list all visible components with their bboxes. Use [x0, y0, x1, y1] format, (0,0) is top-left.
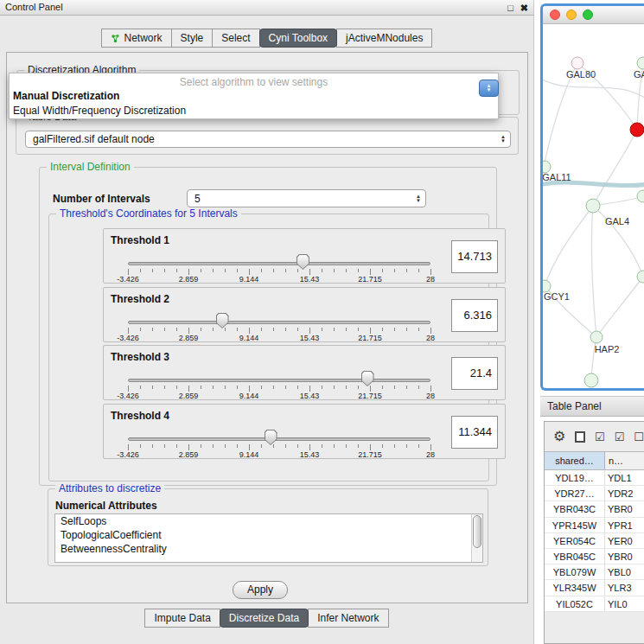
slider-track[interactable] — [128, 379, 430, 382]
cell-name: YLR3 — [605, 580, 644, 595]
tab-select[interactable]: Select — [212, 29, 259, 48]
column-header-name[interactable]: n… — [605, 452, 644, 469]
threshold-slider[interactable]: -3.4262.8599.14415.4321.71528 — [128, 405, 430, 460]
tick-mark — [201, 328, 201, 331]
close-traffic-icon[interactable] — [550, 10, 560, 20]
close-icon[interactable]: ✖ — [520, 3, 528, 13]
threshold-value-field[interactable]: 21.4 — [451, 357, 498, 390]
slider-track[interactable] — [128, 262, 430, 265]
tick-mark — [237, 386, 238, 389]
threshold-slider[interactable]: -3.4262.8599.14415.4321.71528 — [128, 229, 430, 284]
tab-impute-data[interactable]: Impute Data — [144, 609, 220, 628]
list-item-betweennesscentrality[interactable]: BetweennessCentrality — [55, 542, 482, 556]
tab-cyni-toolbox[interactable]: Cyni Toolbox — [259, 29, 337, 48]
cell-shared-name: YIL052C — [545, 596, 605, 611]
zoom-traffic-icon[interactable] — [583, 10, 593, 20]
threshold-3-slider-thumb[interactable] — [361, 371, 374, 386]
select-all-icon[interactable]: ☑ — [595, 431, 605, 443]
node[interactable] — [584, 373, 598, 387]
tab-jactivemnodules[interactable]: jActiveMNodules — [336, 29, 432, 48]
control-panel-titlebar[interactable]: Control Panel □ ✖ — [0, 0, 533, 16]
float-window-icon[interactable]: □ — [507, 3, 513, 13]
node-selected-red[interactable] — [630, 123, 644, 137]
tab-style[interactable]: Style — [171, 29, 214, 48]
numerical-attributes-list[interactable]: SelfLoopsTopologicalCoefficientBetweenne… — [54, 513, 483, 563]
node[interactable] — [637, 271, 644, 283]
attributes-scrollbar[interactable] — [471, 514, 482, 562]
threshold-slider[interactable]: -3.4262.8599.14415.4321.71528 — [128, 288, 430, 343]
tab-infer-network[interactable]: Infer Network — [308, 609, 388, 628]
threshold-value-field[interactable]: 6.316 — [451, 299, 498, 332]
list-item-selfloops[interactable]: SelfLoops — [55, 514, 482, 528]
threshold-panel-3: Threshold 3 -3.4262.8599.14415.4321.7152… — [103, 345, 506, 400]
tick-label: -3.426 — [117, 450, 139, 459]
node-gal11[interactable] — [543, 161, 551, 173]
tick-mark — [128, 444, 129, 450]
column-header-shared-name[interactable]: shared… — [545, 452, 605, 469]
table-data-combo[interactable]: galFiltered.sif default node ▲▼ — [25, 131, 511, 148]
tab-label: Discretize Data — [229, 612, 299, 624]
table-row[interactable]: YPR145WYPR1 — [545, 518, 644, 533]
table-body: YDL19…YDL1YDR27…YDR2YBR043CYBR0YPR145WYP… — [545, 470, 644, 612]
slider-track[interactable] — [128, 437, 430, 441]
threshold-slider[interactable]: -3.4262.8599.14415.4321.71528 — [128, 346, 430, 401]
tick-mark — [128, 269, 129, 275]
node-hap2[interactable] — [590, 331, 603, 343]
table-row[interactable]: YBR045CYBR0 — [545, 549, 644, 564]
tick-mark — [394, 386, 395, 389]
number-of-intervals-combo[interactable]: 5 ▲▼ — [187, 189, 426, 207]
table-row[interactable]: YBR043CYBR0 — [545, 501, 644, 517]
network-canvas[interactable]: GAL80 GA GAL11 GAL4 GCY1 HAP2 — [543, 24, 644, 388]
cell-name: YPR1 — [605, 518, 644, 532]
table-row[interactable]: YBL079WYBL0 — [545, 564, 644, 580]
number-of-intervals-value: 5 — [188, 193, 411, 205]
slider-track[interactable] — [128, 321, 430, 324]
list-item-topologicalcoefficient[interactable]: TopologicalCoefficient — [55, 528, 482, 542]
tick-mark — [430, 328, 431, 334]
tick-mark — [273, 328, 274, 331]
tab-discretize-data[interactable]: Discretize Data — [220, 609, 309, 628]
threshold-value-field[interactable]: 14.713 — [451, 240, 498, 273]
node-gal80[interactable] — [571, 57, 583, 69]
table-row[interactable]: YLR345WYLR3 — [545, 580, 644, 596]
columns-icon[interactable] — [575, 431, 585, 443]
attributes-scrollbar-thumb[interactable] — [473, 515, 481, 548]
table-row[interactable]: YER054CYER0 — [545, 533, 644, 549]
algorithm-option-equal-width[interactable]: Equal Width/Frequency Discretization — [10, 104, 498, 118]
table-panel-header[interactable]: Table Panel — [540, 396, 644, 417]
network-window-titlebar[interactable] — [543, 6, 644, 24]
tick-mark — [128, 328, 129, 334]
tick-label: 9.144 — [239, 275, 259, 284]
tick-mark — [225, 269, 226, 272]
apply-button[interactable]: Apply — [233, 581, 288, 599]
tick-label: 2.859 — [179, 450, 199, 459]
threshold-4-slider-thumb[interactable] — [265, 430, 277, 445]
threshold-1-slider-thumb[interactable] — [296, 254, 309, 270]
select-function-icon[interactable]: ☑ — [615, 431, 625, 443]
node[interactable] — [637, 190, 644, 202]
threshold-value-field[interactable]: 11.344 — [451, 416, 498, 449]
table-row[interactable]: YDL19…YDL1 — [545, 470, 644, 486]
node[interactable] — [637, 57, 644, 69]
tick-mark — [273, 269, 274, 272]
clipped-toolbar-icon[interactable]: ☐ — [634, 431, 644, 443]
node-label-gal11: GAL11 — [543, 172, 571, 182]
node-gcy1[interactable] — [543, 280, 551, 292]
tab-label: Infer Network — [317, 612, 379, 624]
tab-network[interactable]: Network — [101, 29, 172, 48]
node-label-partial: GA — [634, 69, 644, 80]
gear-icon[interactable]: ⚙ — [553, 430, 565, 443]
node-label-gal80: GAL80 — [566, 69, 596, 80]
minimize-traffic-icon[interactable] — [566, 10, 577, 20]
tick-mark — [249, 444, 250, 450]
tick-mark — [128, 386, 129, 392]
algorithm-combo-button[interactable]: ▲ ▼ — [479, 80, 499, 97]
table-row[interactable]: YIL052CYIL0 — [545, 596, 644, 612]
threshold-2-slider-thumb[interactable] — [216, 313, 229, 328]
tick-mark — [201, 444, 201, 448]
network-view-window[interactable]: GAL80 GA GAL11 GAL4 GCY1 HAP2 — [540, 3, 644, 391]
table-row[interactable]: YDR27…YDR2 — [545, 486, 644, 501]
algorithm-option-manual[interactable]: Manual Discretization — [10, 89, 498, 104]
thresholds-group-label: Threshold's Coordinates for 5 Intervals — [56, 207, 241, 220]
node-gal4[interactable] — [586, 199, 600, 213]
